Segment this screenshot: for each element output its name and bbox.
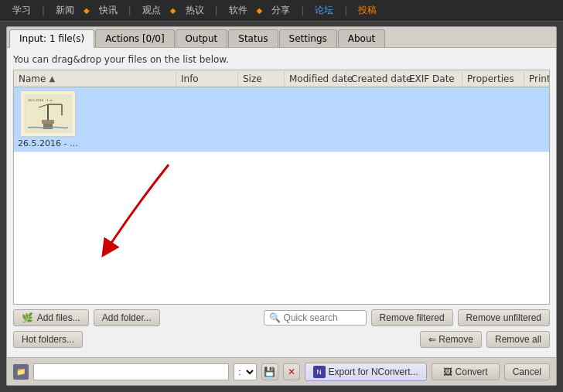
path-input[interactable] xyxy=(33,363,229,380)
export-icon: N xyxy=(313,366,326,378)
nav-hot[interactable]: 热议 xyxy=(179,2,210,19)
save-path-button[interactable]: 💾 xyxy=(261,363,278,380)
col-header-info[interactable]: Info xyxy=(176,72,238,86)
main-dialog: Input: 1 file(s) Actions [0/0] Output St… xyxy=(6,26,557,386)
hot-folders-button[interactable]: Hot folders... xyxy=(13,331,83,348)
file-list-header: Name ▲ Info Size Modified date Created d… xyxy=(14,70,549,87)
remove-filtered-button[interactable]: Remove filtered xyxy=(371,309,453,326)
col-header-created[interactable]: Created date xyxy=(346,72,404,86)
nav-news[interactable]: 新闻 xyxy=(49,2,80,19)
file-thumbnail: 26.5.2016 - 1.w... 26.5.2016 - 1.w... xyxy=(17,90,79,148)
col-header-printsize[interactable]: Print size xyxy=(524,72,550,86)
export-button[interactable]: N Export for NConvert... xyxy=(305,363,427,381)
tab-output[interactable]: Output xyxy=(176,29,228,47)
nav-views[interactable]: 观点 xyxy=(136,2,167,19)
tab-about[interactable]: About xyxy=(338,29,385,47)
convert-icon: 🖼 xyxy=(443,366,452,377)
tab-settings[interactable]: Settings xyxy=(279,29,337,47)
nav-software[interactable]: 软件 xyxy=(223,2,254,19)
nav-express[interactable]: 快讯 xyxy=(93,2,124,19)
nav-bullet-3: ◆ xyxy=(257,6,263,15)
col-header-size[interactable]: Size xyxy=(238,72,285,86)
file-name-label: 26.5.2016 - 1.w... xyxy=(18,138,78,148)
nav-divider-2: | xyxy=(127,5,133,16)
search-icon: 🔍 xyxy=(269,312,281,323)
nav-share[interactable]: 分享 xyxy=(265,2,296,19)
col-header-properties[interactable]: Properties xyxy=(462,72,524,86)
toolbar-row1: 🌿 Add files... Add folder... 🔍 Remove fi… xyxy=(13,309,550,326)
col-header-exif[interactable]: EXIF Date xyxy=(404,72,462,86)
clear-icon: ✕ xyxy=(288,366,295,377)
table-row[interactable]: 26.5.2016 - 1.w... 26.5.2016 - 1.w... xyxy=(14,87,549,152)
nav-bullet-1: ◆ xyxy=(84,6,90,15)
top-nav: 学习 | 新闻 ◆ 快讯 | 观点 ◆ 热议 | 软件 ◆ 分享 | 论坛 | … xyxy=(0,0,563,22)
hint-text: You can drag&drop your files on the list… xyxy=(13,54,550,65)
add-files-button[interactable]: 🌿 Add files... xyxy=(13,309,89,326)
nav-submit[interactable]: 投稿 xyxy=(352,2,383,19)
search-box: 🔍 xyxy=(264,310,367,326)
nav-forum[interactable]: 论坛 xyxy=(309,2,340,19)
col-header-modified[interactable]: Modified date xyxy=(285,72,346,86)
svg-rect-7 xyxy=(42,120,54,124)
remove-button[interactable]: ⇐ Remove xyxy=(420,331,482,348)
svg-text:26.5.2016 - 1.w...: 26.5.2016 - 1.w... xyxy=(28,98,55,102)
remove-unfiltered-button[interactable]: Remove unfiltered xyxy=(458,309,550,326)
save-icon: 💾 xyxy=(264,366,275,377)
nav-bullet-2: ◆ xyxy=(170,6,176,15)
col-header-name[interactable]: Name ▲ xyxy=(14,72,176,86)
bottom-toolbar: 🌿 Add files... Add folder... 🔍 Remove fi… xyxy=(13,305,550,351)
folder-icon: 📁 xyxy=(13,364,29,380)
convert-button[interactable]: 🖼 Convert xyxy=(432,363,500,380)
add-icon: 🌿 xyxy=(22,312,33,323)
nav-study[interactable]: 学习 xyxy=(6,2,37,19)
tab-bar: Input: 1 file(s) Actions [0/0] Output St… xyxy=(7,27,556,48)
nav-divider-1: | xyxy=(40,5,46,16)
path-select[interactable]: : xyxy=(234,363,257,380)
tab-input[interactable]: Input: 1 file(s) xyxy=(9,29,94,48)
remove-all-button[interactable]: Remove all xyxy=(486,331,550,348)
thumb-image: 26.5.2016 - 1.w... xyxy=(20,90,76,137)
tab-actions[interactable]: Actions [0/0] xyxy=(95,29,174,47)
dialog-content: You can drag&drop your files on the list… xyxy=(7,48,556,357)
tab-status[interactable]: Status xyxy=(228,29,278,47)
clear-path-button[interactable]: ✕ xyxy=(283,363,300,380)
nav-divider-3: | xyxy=(213,5,220,16)
toolbar-row2: Hot folders... ⇐ Remove Remove all xyxy=(13,331,550,348)
nav-divider-5: | xyxy=(343,5,349,16)
nav-divider-4: | xyxy=(299,5,305,16)
add-folder-button[interactable]: Add folder... xyxy=(94,309,160,326)
sort-arrow-icon: ▲ xyxy=(49,74,55,83)
file-list: Name ▲ Info Size Modified date Created d… xyxy=(13,70,550,305)
status-bar: 📁 : 💾 ✕ N Export for NConvert... 🖼 Conve… xyxy=(7,357,556,385)
search-input[interactable] xyxy=(284,312,361,323)
file-list-body: 26.5.2016 - 1.w... 26.5.2016 - 1.w... xyxy=(14,87,549,304)
cancel-button[interactable]: Cancel xyxy=(504,363,550,380)
